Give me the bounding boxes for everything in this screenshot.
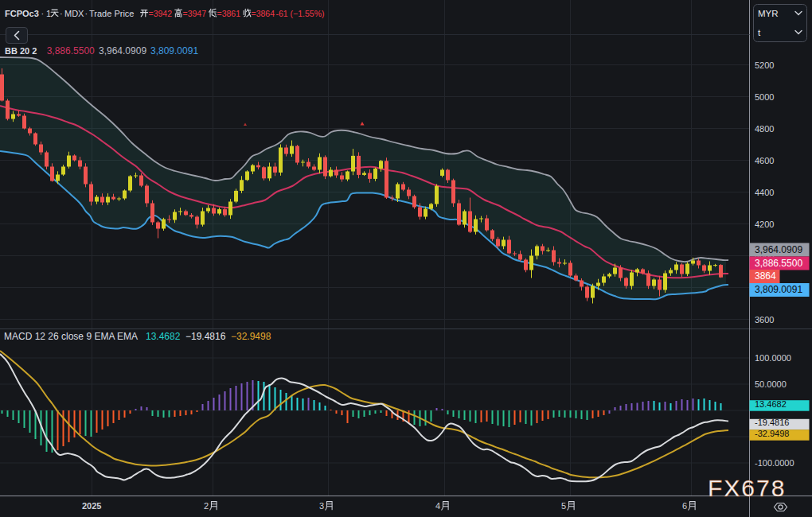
svg-text:·: · xyxy=(60,9,63,18)
svg-text:BB 20 2: BB 20 2 xyxy=(5,46,37,56)
svg-text:3,964.0909: 3,964.0909 xyxy=(99,45,146,56)
svg-text:-32.9498: -32.9498 xyxy=(755,429,789,438)
svg-text:3,964.0909: 3,964.0909 xyxy=(755,244,802,255)
svg-text:−32.9498: −32.9498 xyxy=(231,331,271,342)
svg-text:4: 4 xyxy=(435,501,440,511)
svg-text:-19.4816: -19.4816 xyxy=(755,418,789,427)
svg-text:3600: 3600 xyxy=(755,315,774,325)
svg-text:2: 2 xyxy=(204,501,209,511)
svg-text:3864: 3864 xyxy=(755,270,776,282)
svg-text:5: 5 xyxy=(561,501,566,511)
svg-text:3,886.5500: 3,886.5500 xyxy=(755,258,802,269)
svg-text:5200: 5200 xyxy=(755,60,774,70)
svg-text:13.4682: 13.4682 xyxy=(146,331,181,342)
svg-text:1: 1 xyxy=(46,9,51,18)
svg-text:FCPOc3: FCPOc3 xyxy=(5,9,39,18)
svg-text:=3942: =3942 xyxy=(149,9,173,18)
svg-text:2025: 2025 xyxy=(82,501,101,511)
svg-text:=3861: =3861 xyxy=(217,9,241,18)
svg-text:MYR: MYR xyxy=(758,9,779,18)
svg-text:4200: 4200 xyxy=(755,220,774,229)
svg-text:6: 6 xyxy=(682,501,687,511)
svg-text:3,886.5500: 3,886.5500 xyxy=(47,45,95,56)
svg-text:·: · xyxy=(85,9,88,18)
svg-text:13.4682: 13.4682 xyxy=(755,399,787,409)
svg-text:=3947: =3947 xyxy=(183,9,207,18)
svg-text:-100.0000: -100.0000 xyxy=(755,458,794,468)
svg-text:−19.4816: −19.4816 xyxy=(185,331,226,342)
svg-text:5000: 5000 xyxy=(755,92,774,102)
svg-text:MDX: MDX xyxy=(64,9,84,18)
svg-text:4600: 4600 xyxy=(755,156,774,165)
svg-text:=3864: =3864 xyxy=(252,9,275,18)
svg-text:3,809.0091: 3,809.0091 xyxy=(755,284,802,295)
svg-text:MACD 12 26 close 9 EMA EMA: MACD 12 26 close 9 EMA EMA xyxy=(4,331,138,342)
svg-text:3,809.0091: 3,809.0091 xyxy=(150,45,198,56)
svg-text:4800: 4800 xyxy=(755,124,774,134)
svg-text:·: · xyxy=(41,9,45,18)
svg-text:100.0000: 100.0000 xyxy=(755,353,791,363)
svg-text:-61 (−1.55%): -61 (−1.55%) xyxy=(276,9,325,18)
svg-text:50.0000: 50.0000 xyxy=(755,379,787,389)
svg-text:4400: 4400 xyxy=(755,188,774,197)
svg-text:FX678: FX678 xyxy=(708,475,786,501)
svg-text:3: 3 xyxy=(319,501,324,511)
svg-text:Trade Price: Trade Price xyxy=(89,9,134,18)
